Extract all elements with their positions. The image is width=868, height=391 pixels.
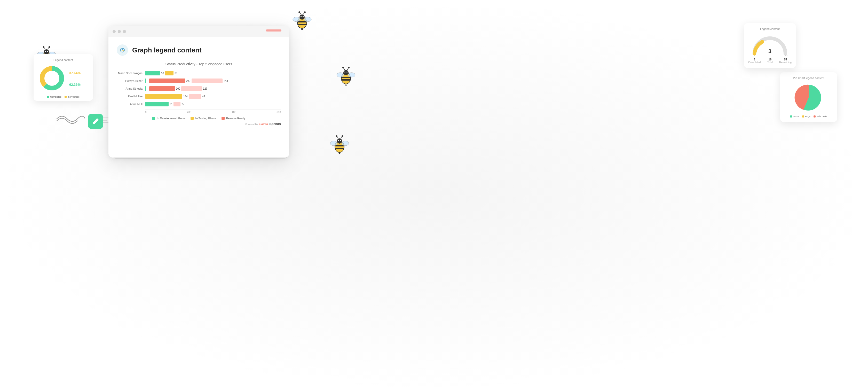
- bar-chart: Mario Speedwagon 58 33 Petey Cruiser 4 2…: [117, 71, 281, 120]
- bar-row-mario: Mario Speedwagon 58 33: [117, 71, 281, 76]
- pie-chart-widget: Pie Chart legend content Tasks Bugs Sub …: [780, 72, 837, 122]
- gauge-stats: 3 Completed 18 Total 15 Remaining: [748, 58, 792, 64]
- bar-label-anna-m: Anna Mull: [117, 102, 143, 106]
- donut-legend: Completed In Progress: [38, 95, 89, 98]
- bar-row-anna-s: Anna Sthesia 4 100 127: [117, 86, 281, 91]
- bar-seg-annam-1: [145, 102, 168, 107]
- gauge-svg-wrap: 3 0 18: [748, 33, 792, 56]
- gauge-stat-remaining: 15 Remaining: [779, 58, 792, 64]
- browser-content: Graph legend content Status Productivity…: [108, 37, 289, 157]
- pie-legend-tasks: Tasks: [790, 115, 799, 118]
- graph-title: Graph legend content: [132, 46, 202, 54]
- svg-text:0: 0: [753, 55, 755, 56]
- bar-label-paul: Paul Molive: [117, 95, 143, 98]
- donut-chart-widget: Legend content 37.64% 62.36% Completed: [34, 54, 93, 101]
- bar-seg-annas-3: [181, 86, 202, 91]
- bar-seg-petey-2: [149, 79, 185, 83]
- sprints-logo: ZOHO Sprints: [259, 122, 281, 126]
- donut-container: 37.64% 62.36%: [38, 64, 89, 93]
- tooltip-bar: [266, 29, 281, 31]
- bar-seg-mario-1: [145, 71, 160, 76]
- x-axis: 0 200 400 600: [145, 110, 281, 114]
- chart-legend: In Development Phase In Testing Phase Re…: [117, 117, 281, 120]
- bar-seg-annam-2: [174, 102, 181, 107]
- bar-track-petey: 4 277 243: [145, 79, 281, 83]
- svg-text:18: 18: [785, 55, 788, 56]
- scribble-decoration: [54, 111, 85, 127]
- bar-seg-paul-2: [189, 94, 201, 99]
- pie-legend-subtasks: Sub Tasks: [813, 115, 827, 118]
- bar-label-anna-s: Anna Sthesia: [117, 87, 143, 90]
- svg-point-54: [45, 71, 59, 85]
- bar-seg-paul-1: [145, 94, 182, 99]
- gauge-widget-title: Legend content: [748, 27, 792, 30]
- pct-green: 62.36%: [69, 83, 81, 87]
- graph-header: Graph legend content: [117, 44, 281, 56]
- powered-by: Powered By ZOHO Sprints: [117, 122, 281, 126]
- svg-text:3: 3: [768, 48, 771, 55]
- gauge-stat-completed: 3 Completed: [748, 58, 761, 64]
- browser-dot-1: [113, 30, 116, 33]
- chart-subtitle: Status Productivity - Top 5 engaged user…: [117, 62, 281, 66]
- browser-dot-2: [118, 30, 121, 33]
- pie-legend: Tasks Bugs Sub Tasks: [784, 115, 833, 118]
- pie-svg-wrap: [784, 82, 833, 113]
- gauge-chart-widget: Legend content 3 0 18 3 Completed 18 Tot…: [744, 23, 796, 68]
- pct-yellow: 37.64%: [69, 71, 81, 75]
- bar-track-anna-s: 4 100 127: [145, 86, 281, 91]
- legend-dev: In Development Phase: [152, 117, 185, 120]
- browser-window: Graph legend content Status Productivity…: [108, 26, 289, 157]
- bar-track-paul: 144 48: [145, 94, 281, 99]
- donut-widget-title: Legend content: [38, 58, 89, 61]
- bar-label-petey: Petey Cruiser: [117, 79, 143, 82]
- bar-row-paul: Paul Molive 144 48: [117, 94, 281, 99]
- bar-row-petey: Petey Cruiser 4 277 243: [117, 79, 281, 83]
- browser-titlebar: [108, 26, 289, 37]
- donut-percentages: 37.64% 62.36%: [69, 71, 81, 87]
- donut-svg: [38, 64, 66, 93]
- bar-seg-annas-1: [145, 86, 146, 91]
- bar-label-mario: Mario Speedwagon: [117, 71, 143, 74]
- browser-dot-3: [123, 30, 126, 33]
- pencil-icon-decoration: [88, 114, 103, 129]
- bar-track-anna-m: 91 27: [145, 102, 281, 107]
- graph-icon: [117, 44, 128, 56]
- bar-row-anna-m: Anna Mull 91 27: [117, 102, 281, 107]
- bar-seg-annas-2: [149, 86, 175, 91]
- pie-widget-title: Pie Chart legend content: [784, 77, 833, 80]
- bar-seg-mario-2: [165, 71, 174, 76]
- pie-legend-bugs: Bugs: [802, 115, 811, 118]
- bar-seg-petey-1: [145, 79, 146, 83]
- gauge-stat-total: 18 Total: [767, 58, 773, 64]
- bar-track-mario: 58 33: [145, 71, 281, 76]
- legend-test: In Testing Phase: [190, 117, 216, 120]
- legend-release: Release Ready: [221, 117, 246, 120]
- legend-completed: Completed: [47, 95, 61, 98]
- bar-seg-petey-3: [192, 79, 222, 83]
- legend-in-progress: In Progress: [65, 95, 80, 98]
